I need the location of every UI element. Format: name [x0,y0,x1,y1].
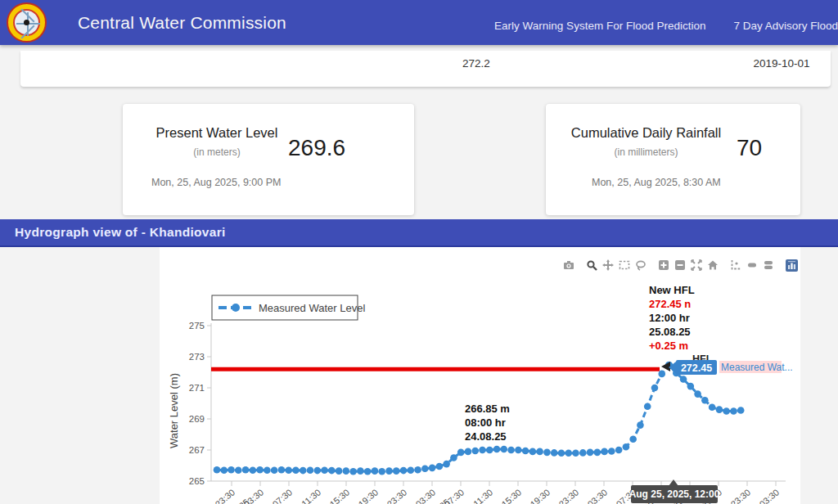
svg-text:23:30: 23:30 [556,487,580,504]
data-point [515,447,522,454]
svg-text:24.08.25: 24.08.25 [465,430,507,443]
hydrograph-chart[interactable]: 265267269271273275Water Level (m)23:3003… [160,247,800,504]
data-point [378,468,385,475]
svg-text:23:30: 23:30 [213,487,237,504]
hydrograph-section-title: Hydrograph view of - Khandiovari [0,225,226,240]
data-point [271,466,278,474]
svg-text:11:30: 11:30 [300,487,322,504]
hover-compare-icon[interactable] [762,259,775,272]
data-point [716,406,723,413]
data-point [587,449,594,457]
data-point [529,448,537,456]
data-point [285,466,292,474]
data-point [443,461,450,468]
hydrograph-panel: 265267269271273275Water Level (m)23:3003… [160,247,800,504]
data-point [658,371,665,378]
card-timestamp: Mon, 25, Aug 2025, 9:00 PM [151,177,281,188]
station-summary-row: 272.2 2019-10-01 [20,51,831,87]
hover-closest-icon[interactable] [746,259,759,272]
data-point [414,466,421,474]
data-point [558,450,565,457]
data-point [608,448,615,455]
annotation-rise-start: 266.85 m08:00 hr24.08.25 [465,403,510,443]
data-point [644,403,651,411]
data-point [572,450,579,457]
annotation-new-hfl: New HFL272.45 n12:00 hr25.08.25+0.25 m [649,284,695,352]
nav-item-early-warning[interactable]: Early Warning System For Flood Predictio… [494,20,705,32]
app-header: Central Water Commission Early Warning S… [0,0,838,45]
plotly-logo-icon[interactable] [785,259,798,272]
data-point [687,383,695,390]
camera-icon[interactable] [562,259,575,272]
data-point [486,447,493,454]
data-point [479,447,486,454]
nav-item-7day-advisory[interactable]: 7 Day Advisory Flood [733,20,838,32]
svg-text:271: 271 [189,383,205,393]
data-point [701,397,709,404]
data-point [357,467,364,475]
data-point [594,449,601,457]
data-point [429,465,436,472]
hydrograph-section-bar: Hydrograph view of - Khandiovari [0,219,838,247]
data-point [349,468,357,475]
hover-labels: Measured Wat...272.45 [669,360,793,375]
data-point [300,467,307,475]
data-point [471,448,479,455]
data-point [543,449,551,457]
data-point [623,443,630,451]
data-point [723,407,730,415]
zoom-icon[interactable] [585,259,598,272]
lasso-select-icon[interactable] [634,259,647,272]
svg-text:Water Level (m): Water Level (m) [168,373,180,448]
svg-text:+0.25 m: +0.25 m [649,340,688,352]
svg-text:15:30: 15:30 [327,487,351,504]
svg-text:15:30: 15:30 [499,487,523,504]
data-point [364,468,372,475]
svg-text:23:30: 23:30 [728,487,752,504]
page-title: Central Water Commission [78,13,286,33]
data-point [242,466,250,474]
svg-text:275: 275 [189,321,205,331]
zoom-in-icon[interactable] [657,259,670,272]
box-select-icon[interactable] [618,259,631,272]
reset-axes-home-icon[interactable] [706,259,719,272]
data-point [407,466,414,474]
svg-text:19:30: 19:30 [356,487,380,504]
data-point [250,466,257,474]
card-value: 70 [737,135,762,161]
data-point [343,467,350,475]
data-point [522,448,529,455]
cwc-logo-icon [7,2,47,43]
data-point [436,463,444,470]
data-point [579,449,587,457]
svg-text:267: 267 [189,445,205,455]
data-point [551,449,558,457]
data-point [601,448,608,456]
data-point [292,466,300,474]
data-point [457,449,465,457]
plotly-modebar [556,259,798,272]
card-unit: (in millimeters) [562,146,730,158]
data-point [321,466,328,474]
svg-text:266.85 m: 266.85 m [465,403,510,415]
spikelines-icon[interactable] [729,259,742,272]
cumulative-rainfall-card: Cumulative Daily Rainfall (in millimeter… [546,104,800,215]
x-axis-tooltip: Aug 25, 2025, 12:00 [629,479,720,503]
svg-text:07:30: 07:30 [270,487,294,504]
svg-text:12:00 hr: 12:00 hr [649,312,690,324]
hover-trace-label: Measured Wat... [721,362,793,373]
data-point [465,448,472,456]
zoom-out-icon[interactable] [674,259,687,272]
data-point [565,450,572,457]
legend-measured-water-level[interactable]: Measured Water Level [212,295,365,320]
pan-icon[interactable] [601,259,615,272]
data-point [629,435,637,443]
data-point [737,407,745,414]
data-point [421,466,429,473]
svg-text:03:30: 03:30 [413,487,437,504]
svg-text:265: 265 [189,476,205,486]
autoscale-icon[interactable] [690,259,703,272]
data-point [214,466,221,474]
data-point [637,421,644,429]
data-point [372,467,379,475]
